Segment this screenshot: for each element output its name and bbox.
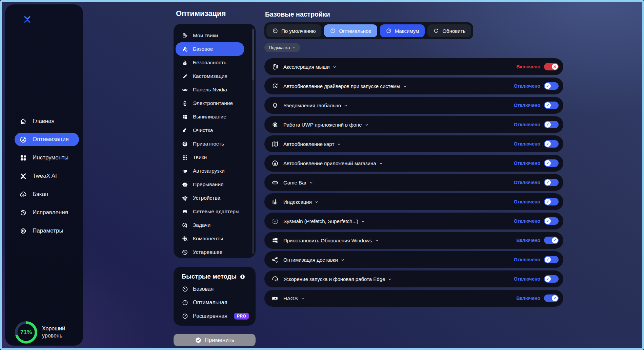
toggle-switch[interactable] [544, 82, 559, 90]
toggle-knob [545, 141, 551, 147]
setting-label[interactable]: Автообновление драйверов при запуске сис… [283, 83, 400, 89]
window-button[interactable] [640, 2, 644, 9]
category-item[interactable]: Сетевые адаптеры [176, 205, 244, 218]
chevron-down-icon [344, 104, 348, 108]
toggle-switch[interactable] [544, 256, 559, 263]
setting-label[interactable]: Оптимизация доставки [283, 257, 338, 263]
category-item[interactable]: Устройства [176, 191, 244, 205]
category-list: Мои твики Базовое Безопасность Кастомиза… [174, 29, 256, 259]
toggle-switch[interactable] [544, 179, 559, 186]
setting-label[interactable]: Работа UWP приложений в фоне [283, 122, 362, 128]
toggle-knob [552, 237, 558, 243]
category-item[interactable]: Электропитание [176, 96, 244, 110]
app-window: Главная Оптимизация Инструменты TweaX AI… [0, 0, 644, 350]
state-label: Отключено [514, 218, 540, 224]
preset-button[interactable]: Обновить [427, 24, 471, 37]
toggle-switch[interactable] [544, 294, 559, 302]
sidebar-item[interactable]: Исправления [15, 206, 79, 219]
setting-label[interactable]: Ускорение запуска и фоновая работа Edge [283, 276, 385, 282]
setting-label[interactable]: SysMain (Prefetch, Superfetch...) [283, 218, 358, 224]
category-item[interactable]: Устаревшее [176, 245, 244, 259]
category-label: Устаревшее [193, 249, 222, 255]
hint-label: Подсказка [269, 45, 290, 50]
window-button[interactable] [620, 2, 626, 9]
setting-label[interactable]: Автообновление карт [283, 141, 334, 147]
interrupts-icon: 2 [182, 181, 188, 188]
hags-icon [271, 295, 279, 302]
toggle-switch[interactable] [544, 121, 559, 128]
setting-label[interactable]: Автообновление приложений магазина [283, 160, 376, 166]
category-item[interactable]: Компоненты [176, 232, 244, 245]
state-label: Включено [516, 238, 540, 243]
toggle-switch[interactable] [544, 102, 559, 109]
window-controls [620, 2, 644, 9]
category-label: Выпиливание [193, 114, 226, 120]
state-label: Отключено [514, 141, 540, 147]
sidebar-item[interactable]: Инструменты [15, 151, 79, 165]
preset-button[interactable]: По умолчанию [266, 24, 321, 37]
toggle-switch[interactable] [544, 198, 559, 205]
category-item[interactable]: 2 Прерывания [176, 178, 244, 191]
category-item[interactable]: Безопасность [176, 56, 244, 69]
scrollbar-track [253, 28, 254, 254]
pen-icon [182, 73, 188, 80]
share-icon [271, 256, 279, 263]
toggle-switch[interactable] [544, 237, 559, 244]
setting-row: c Работа UWP приложений в фоне Отключено [264, 116, 563, 133]
toggle-switch[interactable] [544, 159, 559, 167]
tweaks-list-icon [182, 32, 188, 39]
toggle-switch[interactable] [544, 140, 559, 148]
chevron-down-icon [315, 200, 319, 204]
health-score: 71% Хороший уровень [15, 321, 73, 344]
sidebar-item[interactable]: Параметры [15, 224, 79, 238]
category-item[interactable]: Базовое [176, 42, 244, 56]
quick-method-label: Расширенная [193, 313, 227, 319]
category-item[interactable]: Приватность [176, 137, 244, 151]
score-label: Хороший уровень [42, 325, 73, 340]
state-label: Отключено [514, 199, 540, 204]
sidebar-item[interactable]: Оптимизация [15, 133, 79, 146]
preset-button[interactable]: Оптимальное [324, 24, 377, 37]
score-percent: 71% [15, 321, 37, 344]
setting-label[interactable]: Акселерация мыши [283, 64, 330, 70]
toggle-switch[interactable] [544, 217, 559, 225]
setting-label[interactable]: Приостановить Обновления Windows [283, 238, 372, 243]
setting-row: Автообновление приложений магазина Отклю… [264, 155, 563, 172]
setting-label[interactable]: Уведомления глобально [283, 103, 341, 108]
toggle-switch[interactable] [544, 275, 559, 283]
quick-method-item[interactable]: Базовая [182, 282, 252, 296]
category-item[interactable]: Задачи [176, 218, 244, 232]
category-item[interactable]: Мои твики [176, 29, 244, 42]
hint-chip[interactable]: Подсказка [264, 43, 300, 52]
category-item[interactable]: Автозагрузки [176, 164, 244, 178]
sidebar-item[interactable]: Бэкап [15, 188, 79, 201]
scrollbar-thumb[interactable] [253, 29, 254, 80]
category-item[interactable]: Очистка [176, 124, 244, 137]
setting-label[interactable]: Game Bar [283, 180, 306, 185]
toggle-knob [545, 199, 551, 205]
toggle-switch[interactable] [544, 63, 559, 70]
wrench-gear-icon [182, 46, 188, 52]
setting-label[interactable]: HAGS [283, 296, 298, 301]
category-item[interactable]: Панель Nvidia [176, 83, 244, 96]
state-label: Отключено [514, 83, 540, 89]
chevron-down-icon [365, 123, 369, 127]
sidebar-item[interactable]: Главная [15, 114, 79, 128]
category-item[interactable]: Твики [176, 151, 244, 164]
quick-method-item[interactable]: Оптимальная [182, 296, 252, 309]
setting-label[interactable]: Индексация [283, 199, 312, 205]
network-icon [182, 209, 188, 215]
window-button[interactable] [630, 2, 636, 9]
tasks-icon [182, 222, 188, 228]
tweax-icon [19, 172, 27, 180]
refresh-icon [433, 28, 439, 34]
preset-button[interactable]: Максимум [380, 24, 425, 37]
quick-method-item[interactable]: Расширенная PRO [182, 309, 252, 323]
info-icon[interactable] [240, 274, 245, 280]
apply-button[interactable]: Применить [174, 334, 256, 346]
state-label: Включено [516, 296, 540, 301]
category-item[interactable]: Кастомизация [176, 69, 244, 83]
chevron-down-icon [293, 46, 296, 49]
sidebar-item[interactable]: TweaX AI [15, 169, 79, 183]
category-item[interactable]: Выпиливание [176, 110, 244, 124]
